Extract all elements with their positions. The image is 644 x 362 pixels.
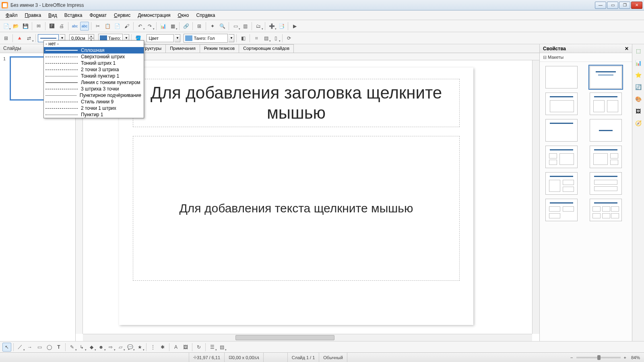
properties-close-icon[interactable]: ✕	[625, 46, 629, 51]
line-style-line-fine-dot[interactable]: Линия с тонким пунктиром	[44, 79, 144, 86]
deck-styles-icon[interactable]: 🎨	[634, 95, 642, 103]
arrow-ends-button[interactable]: ⇄▾	[25, 34, 33, 43]
autospell-button[interactable]: abc	[80, 22, 89, 31]
layout-title-4box[interactable]	[545, 199, 578, 221]
undo-button[interactable]: ↶▾	[136, 22, 144, 31]
line-style-2dot-1dash[interactable]: 2 точки 1 штрих	[44, 105, 144, 111]
crop-button[interactable]: ⌗	[252, 34, 261, 43]
scrollbar-vertical[interactable]	[532, 60, 539, 334]
connector-tool[interactable]: ↳▾	[77, 343, 86, 352]
scrollbar-horizontal[interactable]	[83, 334, 532, 341]
menu-help[interactable]: Справка	[193, 12, 218, 19]
flowchart-tool[interactable]: ▱▾	[116, 343, 125, 352]
menu-format[interactable]: Формат	[86, 12, 110, 19]
line-style-fine-dot-1[interactable]: Тонкий пунктир 1	[44, 73, 144, 79]
line-style-solid[interactable]: Сплошная	[44, 47, 144, 53]
ellipse-tool[interactable]: ◯	[45, 343, 54, 352]
slide-button[interactable]: ▭▾	[231, 22, 240, 31]
table-button[interactable]: ▦▾	[168, 22, 177, 31]
select-tool[interactable]: ↖	[2, 343, 11, 352]
zoom-button[interactable]: 🔍	[218, 22, 227, 31]
arrange-button[interactable]: ▤▾	[262, 34, 270, 43]
rotate-tool[interactable]: ↻	[194, 343, 203, 352]
deck-transition-icon[interactable]: 🔄	[634, 83, 642, 91]
zoom-slider[interactable]	[576, 357, 621, 358]
menu-file[interactable]: Файл	[2, 12, 21, 19]
align-tool-bottom[interactable]: ☰▾	[208, 343, 217, 352]
layout-centered-text[interactable]	[590, 119, 622, 142]
zoom-in-button[interactable]: +	[624, 355, 626, 360]
zoom-value[interactable]: 84%	[631, 355, 640, 360]
grid-button[interactable]: ⊞	[195, 22, 204, 31]
slide-design-button[interactable]: 🗂▾	[254, 22, 263, 31]
slide[interactable]: Для добавления заголовка щелкните мышью …	[119, 68, 473, 325]
copy-button[interactable]: 📋	[103, 22, 112, 31]
arrow-tool[interactable]: →	[25, 343, 34, 352]
maximize-button[interactable]: ❐	[619, 2, 630, 9]
line-style-fine-dash-1[interactable]: Тонкий штрих 1	[44, 60, 144, 66]
layouts-section-header[interactable]: Макеты	[540, 53, 632, 62]
print-button[interactable]: 🖨	[57, 22, 66, 31]
mail-button[interactable]: ✉	[34, 22, 43, 31]
layout-title-3box-right[interactable]	[590, 146, 622, 168]
canvas-area[interactable]: Для добавления заголовка щелкните мышью …	[83, 60, 532, 334]
deck-gallery-icon[interactable]: 🖼	[634, 107, 642, 115]
layout-title-2box[interactable]	[590, 93, 622, 115]
paste-button[interactable]: 📄	[113, 22, 122, 31]
line-style-2dot-3dash[interactable]: 2 точки 3 штриха	[44, 66, 144, 73]
view-tab-sorter[interactable]: Сортировщик слайдов	[239, 44, 294, 53]
save-button[interactable]: 💾	[21, 22, 30, 31]
redo-button[interactable]: ↷▾	[145, 22, 154, 31]
fill-type-combo[interactable]	[147, 34, 174, 43]
clone-format-button[interactable]: 🖌	[122, 22, 131, 31]
rect-tool[interactable]: ▭	[35, 343, 44, 352]
line-style-3dash-3dot[interactable]: 3 штриха 3 точки	[44, 86, 144, 92]
line-style-9[interactable]: Стиль линии 9	[44, 99, 144, 105]
scrollbar-horizontal-thumb[interactable]	[235, 335, 334, 340]
new-button[interactable]: 📄▾	[2, 22, 10, 31]
symbol-shapes-tool[interactable]: ☻▾	[97, 343, 105, 352]
layout-title-content[interactable]	[590, 66, 622, 88]
callouts-tool[interactable]: 💬▾	[126, 343, 134, 352]
close-button[interactable]: ✕	[631, 2, 642, 9]
shadow-button[interactable]: ◧	[239, 34, 248, 43]
open-button[interactable]: 📂	[11, 22, 20, 31]
line-style-dotted-underline[interactable]: Пунктирное подчёркивание	[44, 92, 144, 99]
navigator-button[interactable]: ✦	[208, 22, 217, 31]
fill-color-dropdown-arrow[interactable]: ▼	[229, 34, 234, 42]
layout-title-3box-left[interactable]	[545, 146, 578, 168]
fill-type-dropdown-arrow[interactable]: ▼	[175, 34, 180, 42]
position-size-button[interactable]: ⊞	[2, 34, 10, 43]
menu-edit[interactable]: Правка	[22, 12, 45, 19]
cut-button[interactable]: ✂	[93, 22, 102, 31]
line-style-dot-1[interactable]: Пунктир 1	[44, 111, 144, 118]
slide-layout-button[interactable]: ▥	[241, 22, 250, 31]
extrusion-button[interactable]: ⟳	[285, 34, 293, 43]
layout-title-only[interactable]	[545, 119, 578, 142]
ruler-horizontal[interactable]	[83, 53, 539, 60]
text-tool[interactable]: T	[54, 343, 63, 352]
layout-blank[interactable]	[545, 66, 578, 88]
block-arrows-tool[interactable]: ⇨▾	[106, 343, 115, 352]
points-tool[interactable]: ⋮	[149, 343, 157, 352]
stars-tool[interactable]: ★▾	[135, 343, 144, 352]
from-file-tool[interactable]: 🖼	[181, 343, 190, 352]
pdf-button[interactable]: 🅿	[47, 22, 56, 31]
layout-title-2row[interactable]	[590, 172, 622, 195]
deck-properties-icon[interactable]: ⬚	[634, 47, 642, 55]
line-style-ultrafine-dash[interactable]: Сверхтонкий штрих	[44, 53, 144, 60]
presentation-button[interactable]: ▶	[290, 22, 299, 31]
line-tool[interactable]: ／▾	[16, 343, 25, 352]
fill-type-input[interactable]	[147, 34, 174, 42]
line-width-up[interactable]: ▲	[89, 34, 94, 38]
deck-master-icon[interactable]: 📊	[634, 59, 642, 67]
insert-slide-button[interactable]: ➕▾	[267, 22, 276, 31]
menu-slideshow[interactable]: Демонстрация	[134, 12, 173, 19]
layout-6box[interactable]	[590, 199, 622, 221]
layout-title-2col[interactable]	[545, 93, 578, 115]
menu-window[interactable]: Окно	[174, 12, 192, 19]
minimize-button[interactable]: —	[595, 2, 606, 9]
basic-shapes-tool[interactable]: ◆▾	[87, 343, 96, 352]
line-dialog-button[interactable]: 🔺	[15, 34, 24, 43]
view-tab-notes[interactable]: Примечания	[165, 44, 200, 53]
